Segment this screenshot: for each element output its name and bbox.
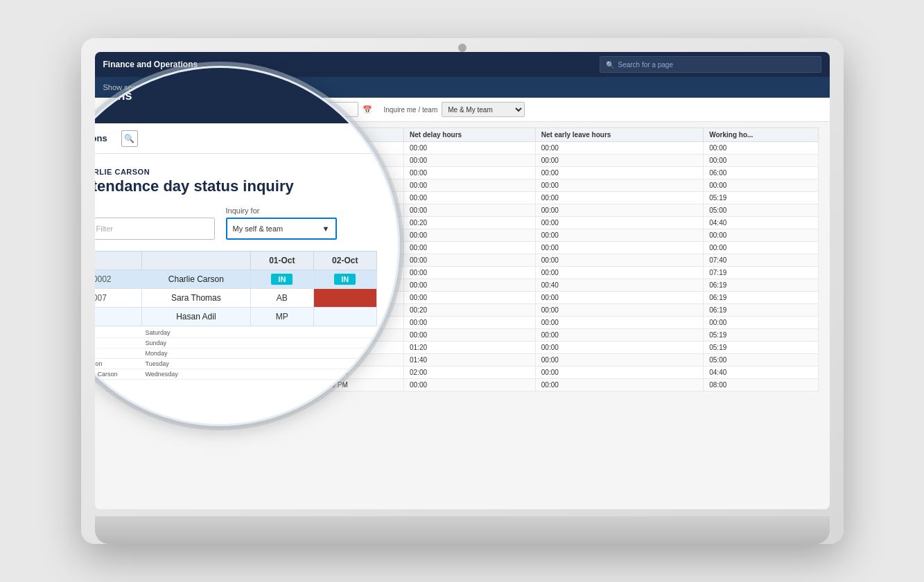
cell-9-4: 00:00 (535, 254, 703, 267)
bottom-row-4-name: C Carson (95, 360, 132, 367)
mini-row-1-d2: IN (314, 270, 376, 289)
status-in-badge: IN (271, 274, 293, 285)
inquiry-select[interactable]: My self & team ▼ (226, 218, 337, 240)
mini-col-d2[interactable]: 02-Oct (314, 252, 376, 270)
bottom-row-1-day: Saturday (146, 329, 187, 336)
mini-row-2-d1: AB (250, 289, 313, 308)
mini-row-2-d2 (314, 289, 376, 308)
inquire-select[interactable]: Me & My team My self My team (442, 102, 525, 117)
laptop-base (95, 516, 830, 544)
cell-13-5: 06:19 (704, 304, 818, 317)
cell-17-5: 05:00 (704, 354, 818, 367)
cell-15-4: 00:00 (535, 329, 703, 342)
inquire-group: Inquire me / team Me & My team My self M… (383, 102, 525, 117)
cell-0-4: 00:00 (535, 142, 703, 155)
cell-10-3: 00:00 (404, 267, 536, 279)
cell-11-5: 06:19 (704, 279, 818, 292)
cell-12-5: 06:19 (704, 292, 818, 304)
inquiry-select-value: My self & team (233, 224, 284, 233)
cell-11-4: 00:40 (535, 279, 703, 292)
bottom-row-1: Saturday (95, 328, 377, 338)
cell-13-3: 00:20 (404, 304, 536, 317)
magnify-content: CHARLIE CARSON Attendance day status inq… (95, 154, 398, 424)
mini-col-id (95, 252, 142, 270)
col-net-delay[interactable]: Net delay hours (404, 128, 536, 142)
filter-placeholder: Filter (96, 224, 113, 233)
mini-row-2-name: Sara Thomas (142, 289, 251, 308)
cell-12-4: 00:00 (535, 292, 703, 304)
cell-19-3: 00:00 (404, 379, 536, 391)
bottom-row-1-blank (95, 329, 132, 336)
bottom-row-4-day: Tuesday (146, 360, 187, 367)
cell-17-3: 01:40 (404, 354, 536, 367)
bottom-row-5: Charlie Carson Wednesday (95, 369, 377, 380)
cell-7-3: 00:00 (404, 229, 536, 242)
cell-8-3: 00:00 (404, 242, 536, 254)
cell-14-4: 00:00 (535, 317, 703, 329)
filter-input-lg[interactable]: 🔍 Filter (95, 218, 215, 240)
cell-16-5: 05:19 (704, 342, 818, 354)
mini-col-name (142, 252, 251, 270)
status-mp-badge: MP (269, 310, 295, 323)
cell-0-5: 00:00 (704, 142, 818, 155)
col-net-early[interactable]: Net early leave hours (535, 128, 703, 142)
mini-attendance-table: 01-Oct 02-Oct 000002 Charlie Carson IN (95, 251, 377, 326)
inquiry-form-row: 🔍 Filter Inquiry for My self & team ▼ (95, 206, 377, 240)
cell-3-3: 00:00 (404, 179, 536, 192)
cell-10-5: 07:19 (704, 267, 818, 279)
mini-row-3-id: 76 (95, 308, 142, 326)
cell-9-3: 00:00 (404, 254, 536, 267)
bottom-row-2-day: Sunday (146, 340, 187, 346)
bottom-row-4: C Carson Tuesday (95, 359, 377, 369)
cell-1-4: 00:00 (535, 155, 703, 167)
cell-16-3: 01:20 (404, 342, 536, 354)
fin-ops-small-label: Finance and Operations (95, 76, 143, 83)
cell-6-5: 04:40 (704, 217, 818, 229)
cell-3-4: 00:00 (535, 179, 703, 192)
search-icon: 🔍 (606, 61, 614, 69)
mini-row-3: 76 Hasan Adil MP (95, 308, 377, 326)
magnify-header-bg: Finance and Operations perations (95, 68, 398, 123)
cell-14-5: 00:00 (704, 317, 818, 329)
cell-13-4: 00:00 (535, 304, 703, 317)
cell-14-3: 00:00 (404, 317, 536, 329)
page-title: Attendance day status inquiry (95, 177, 377, 195)
cell-3-5: 00:00 (704, 179, 818, 192)
bottom-row-5-day: Wednesday (146, 371, 187, 378)
cell-16-4: 00:00 (535, 342, 703, 354)
inquiry-for-field: Inquiry for My self & team ▼ (226, 206, 337, 240)
laptop-camera (458, 44, 467, 52)
cell-2-5: 06:00 (704, 167, 818, 179)
col-working[interactable]: Working ho... (704, 128, 818, 142)
bottom-row-3: Monday (95, 349, 377, 359)
bottom-row-5-name: Charlie Carson (95, 371, 132, 378)
filter-field: 🔍 Filter (95, 218, 215, 240)
status-ab-badge: AB (270, 292, 295, 304)
magnify-overlay: Finance and Operations perations e Optio… (95, 66, 400, 426)
cell-19-5: 08:00 (704, 379, 818, 391)
mini-row-2: 00007 Sara Thomas AB (95, 289, 377, 308)
cell-18-5: 04:40 (704, 367, 818, 379)
bottom-row-2-blank (95, 340, 132, 346)
mini-row-2-id: 00007 (95, 289, 142, 308)
cell-8-5: 00:00 (704, 242, 818, 254)
mini-col-d1[interactable]: 01-Oct (250, 252, 313, 270)
top-search-box[interactable]: 🔍 Search for a page (600, 56, 821, 73)
cell-7-5: 00:00 (704, 229, 818, 242)
cell-18-4: 00:00 (535, 367, 703, 379)
search-placeholder: Search for a page (618, 61, 674, 69)
cell-4-5: 05:19 (704, 192, 818, 204)
cell-15-3: 00:00 (404, 329, 536, 342)
cell-15-5: 05:19 (704, 329, 818, 342)
magnify-options-search[interactable]: 🔍 (121, 130, 138, 147)
cell-1-3: 00:00 (404, 155, 536, 167)
status-in-badge-2: IN (334, 274, 356, 285)
user-name: CHARLIE CARSON (95, 168, 377, 176)
cell-7-4: 00:00 (535, 229, 703, 242)
cell-12-3: 00:00 (404, 292, 536, 304)
ops-title-label: perations (95, 89, 132, 103)
mini-row-1-name: Charlie Carson (142, 270, 251, 289)
cell-6-3: 00:20 (404, 217, 536, 229)
cell-8-4: 00:00 (535, 242, 703, 254)
mini-row-1-id: 000002 (95, 270, 142, 289)
